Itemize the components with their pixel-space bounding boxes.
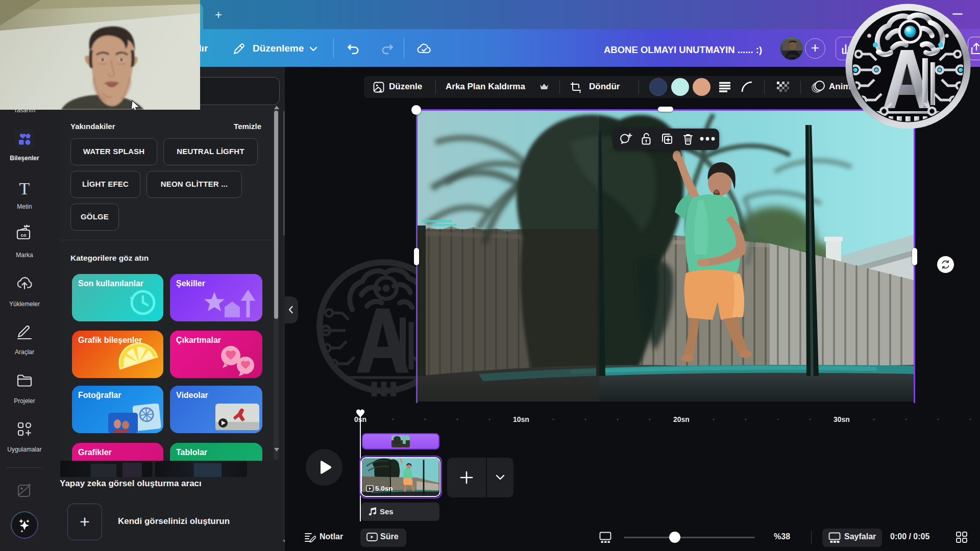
svg-text:co: co bbox=[20, 232, 26, 238]
